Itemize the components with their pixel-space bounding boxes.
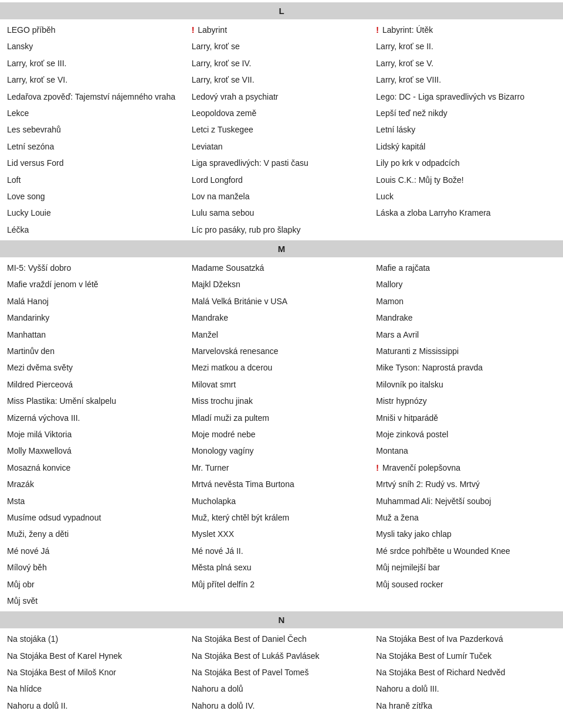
item-text: Lov na manžela <box>192 192 250 201</box>
cell-M-18-0: Mílový běh <box>5 559 189 576</box>
cell-L-5-2: Lepší teď než nikdy <box>374 105 558 121</box>
row-L-9: LoftLord LongfordLouis C.K.: Můj ty Bože… <box>0 172 563 188</box>
item-text: Monology vagíny <box>192 446 254 455</box>
item-text: Muži, ženy a děti <box>7 529 69 539</box>
row-L-4: Ledařova zpověď: Tajemství nájemného vra… <box>0 89 563 105</box>
cell-L-9-1: Lord Longford <box>189 172 374 188</box>
cell-M-13-2: Mrtvý sníh 2: Rudý vs. Mrtvý <box>374 476 558 492</box>
item-text: Můj soused rocker <box>376 580 443 589</box>
item-text: Mé srdce pohřběte u Wounded Knee <box>376 546 510 556</box>
row-L-12: LéčkaLíc pro pasáky, rub pro šlapky <box>0 222 563 238</box>
row-M-11: Molly MaxwellováMonology vagínyMontana <box>0 443 563 459</box>
row-M-8: Miss Plastika: Umění skalpeluMiss trochu… <box>0 393 563 409</box>
item-text: Lidský kapitál <box>376 142 425 151</box>
row-L-1: LanskyLarry, kroť seLarry, kroť se II. <box>0 38 563 55</box>
row-M-5: Martinův denMarvelovská renesanceMaturan… <box>0 343 563 359</box>
cell-N-3-2: Nahoru a dolů III. <box>374 681 558 697</box>
item-text: Marvelovská renesance <box>192 346 279 356</box>
item-text: Mezi matkou a dcerou <box>192 363 273 372</box>
item-text: Larry, kroť se VII. <box>192 75 255 84</box>
cell-M-17-0: Mé nové Já <box>5 543 189 559</box>
cell-L-3-1: Larry, kroť se VII. <box>189 72 374 88</box>
row-M-3: MandarinkyMandrakeMandrake <box>0 309 563 326</box>
row-N-4: Nahoru a dolů II.Nahoru a dolů IV.Na hra… <box>0 698 563 714</box>
cell-M-16-1: Myslet XXX <box>189 526 374 542</box>
item-text: Manžel <box>192 330 218 339</box>
cell-M-3-1: Mandrake <box>189 309 374 326</box>
item-text: Lucky Louie <box>7 208 51 217</box>
cell-L-5-0: Lekce <box>5 105 189 121</box>
item-text: Na Stojáka Best of Karel Hynek <box>7 651 122 661</box>
cell-L-6-1: Letci z Tuskegee <box>189 121 374 138</box>
cell-N-2-1: Na Stojáka Best of Pavel Tomeš <box>189 664 374 681</box>
cell-N-0-0: Na stojáka (1) <box>5 631 189 647</box>
cell-L-6-0: Les sebevrahů <box>5 121 189 138</box>
cell-L-3-0: Larry, kroť se VI. <box>5 72 189 88</box>
item-text: Láska a zloba Larryho Kramera <box>376 208 490 217</box>
row-L-8: Lid versus FordLiga spravedlivých: V pas… <box>0 155 563 171</box>
item-text: Nahoru a dolů IV. <box>192 701 255 710</box>
row-N-3: Na hlídceNahoru a dolůNahoru a dolů III. <box>0 681 563 697</box>
cell-M-19-2: Můj soused rocker <box>374 576 558 593</box>
cell-M-0-1: Madame Sousatzká <box>189 260 374 276</box>
item-text: Mrtvý sníh 2: Rudý vs. Mrtvý <box>376 479 480 489</box>
cell-M-0-2: Mafie a rajčata <box>374 260 558 276</box>
cell-L-8-0: Lid versus Ford <box>5 155 189 171</box>
row-L-6: Les sebevrahůLetci z TuskegeeLetní lásky <box>0 121 563 138</box>
row-M-6: Mezi dvěma světyMezi matkou a dcerouMike… <box>0 359 563 376</box>
cell-M-20-0: Můj svět <box>5 593 189 609</box>
cell-L-2-2: Larry, kroť se V. <box>374 55 558 72</box>
item-text: Na Stojáka Best of Miloš Knor <box>7 668 116 677</box>
cell-N-3-0: Na hlídce <box>5 681 189 697</box>
cell-N-4-2: Na hraně zítřka <box>374 698 558 714</box>
item-text: Můj svět <box>7 596 38 605</box>
cell-M-0-0: MI-5: Vyšší dobro <box>5 260 189 276</box>
item-text: Larry, kroť se III. <box>7 59 66 68</box>
row-M-7: Mildred PierceováMilovat smrtMilovník po… <box>0 376 563 393</box>
cell-L-7-0: Letní sezóna <box>5 138 189 155</box>
item-text: Leviatan <box>192 142 223 151</box>
row-M-18: Mílový běhMěsta plná sexuMůj nejmilejší … <box>0 559 563 576</box>
row-M-15: Musíme odsud vypadnoutMuž, který chtěl b… <box>0 509 563 526</box>
cell-M-2-2: Mamon <box>374 293 558 309</box>
item-text: Na Stojáka Best of Richard Nedvěd <box>376 668 505 677</box>
cell-N-1-2: Na Stojáka Best of Lumír Tuček <box>374 648 558 664</box>
cell-M-20-1 <box>189 593 374 609</box>
item-text: Mrazák <box>7 479 34 489</box>
row-L-7: Letní sezónaLeviatanLidský kapitál <box>0 138 563 155</box>
item-text: Můj obr <box>7 580 35 589</box>
item-text: Moje milá Viktoria <box>7 430 72 439</box>
item-text: Mrtvá nevěsta Tima Burtona <box>192 479 294 489</box>
item-text: Milovník po italsku <box>376 380 443 389</box>
item-text: Letci z Tuskegee <box>192 125 253 134</box>
item-text: Lily po krk v odpadcích <box>376 158 459 168</box>
cell-N-0-1: Na Stojáka Best of Daniel Čech <box>189 631 374 647</box>
row-M-19: Můj obrMůj přítel delfín 2Můj soused roc… <box>0 576 563 593</box>
cell-L-11-1: Lulu sama sebou <box>189 205 374 221</box>
cell-M-18-1: Města plná sexu <box>189 559 374 576</box>
item-text: Larry, kroť se <box>192 42 240 51</box>
cell-N-1-1: Na Stojáka Best of Lukáš Pavlásek <box>189 648 374 664</box>
row-L-2: Larry, kroť se III.Larry, kroť se IV.Lar… <box>0 55 563 72</box>
item-text: Můj nejmilejší bar <box>376 563 440 572</box>
item-text: Malá Hanoj <box>7 297 49 306</box>
item-text: Martinův den <box>7 346 55 356</box>
cell-M-17-1: Mé nové Já II. <box>189 543 374 559</box>
cell-L-3-2: Larry, kroť se VIII. <box>374 72 558 88</box>
item-text: Města plná sexu <box>192 563 252 572</box>
cell-M-17-2: Mé srdce pohřběte u Wounded Knee <box>374 543 558 559</box>
cell-N-3-1: Nahoru a dolů <box>189 681 374 697</box>
cell-L-8-1: Liga spravedlivých: V pasti času <box>189 155 374 171</box>
item-text: Lord Longford <box>192 175 243 185</box>
cell-M-19-0: Můj obr <box>5 576 189 593</box>
cell-L-4-0: Ledařova zpověď: Tajemství nájemného vra… <box>5 89 189 105</box>
cell-M-1-1: Majkl Džeksn <box>189 276 374 292</box>
cell-N-0-2: Na Stojáka Best of Iva Pazderková <box>374 631 558 647</box>
item-text: Labyrint: Útěk <box>380 25 433 35</box>
item-text: Ledařova zpověď: Tajemství nájemného vra… <box>7 92 175 101</box>
item-text: Love song <box>7 192 45 201</box>
cell-M-16-2: Mysli taky jako chlap <box>374 526 558 542</box>
item-text: Na hlídce <box>7 684 42 693</box>
item-text: Larry, kroť se VI. <box>7 75 67 84</box>
row-M-4: ManhattanManželMars a Avril <box>0 326 563 343</box>
